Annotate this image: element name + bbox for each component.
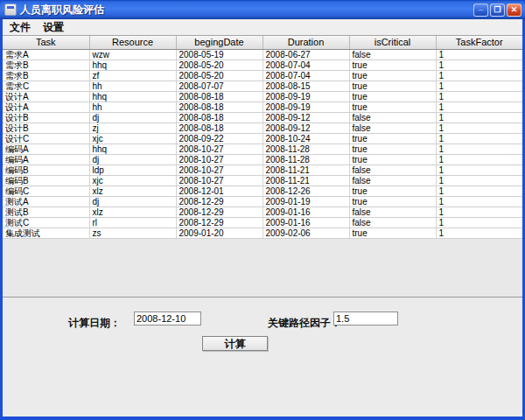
table-cell: 2008-11-21 (262, 164, 349, 175)
title-bar[interactable]: 人员离职风险评估 _ ❐ ✕ (0, 0, 525, 19)
table-row[interactable]: 测试Bxlz2008-12-292009-01-16false1 (3, 206, 522, 217)
close-button[interactable]: ✕ (507, 4, 522, 17)
table-cell: 2008-08-18 (176, 122, 262, 133)
table-cell: dj (89, 154, 176, 164)
table-row[interactable]: 设计Bdj2008-08-182008-09-12false1 (3, 112, 522, 122)
table-cell: wzw (89, 49, 176, 60)
table-cell: false (349, 122, 436, 133)
app-icon (4, 4, 17, 16)
table-header-row: TaskResourcebegingDateDurationisCritical… (3, 36, 522, 49)
table-cell: 1 (436, 217, 522, 228)
table-cell: 1 (436, 91, 522, 102)
table-row[interactable]: 设计Ahh2008-08-182008-09-19true1 (3, 102, 522, 112)
table-cell: 2008-08-15 (262, 80, 349, 91)
table-row[interactable]: 编码Bldp2008-10-272008-11-21false1 (3, 164, 522, 175)
table-cell: false (349, 164, 436, 175)
table-cell: 设计A (3, 102, 89, 112)
maximize-button[interactable]: ❐ (490, 4, 505, 17)
table-cell: xlz (89, 206, 176, 217)
table-row[interactable]: 需求Awzw2008-05-192008-06-27false1 (3, 49, 522, 60)
table-cell: 2008-10-24 (262, 133, 349, 144)
column-header[interactable]: isCritical (349, 36, 436, 49)
table-cell: 1 (436, 49, 522, 60)
table-cell: 2008-09-19 (262, 102, 349, 112)
table-row[interactable]: 需求Chh2008-07-072008-08-15true1 (3, 80, 522, 91)
table-cell: 编码C (3, 186, 89, 196)
column-header[interactable]: Duration (262, 36, 349, 49)
table-cell: false (349, 175, 436, 186)
table-row[interactable]: 编码Bxjc2008-10-272008-11-21false1 (3, 175, 522, 186)
table-cell: true (349, 80, 436, 91)
table-row[interactable]: 集成测试zs2009-01-202009-02-06true1 (3, 228, 522, 238)
table-cell: 2008-12-29 (176, 217, 262, 228)
table-cell: 2008-11-21 (262, 175, 349, 186)
table-row[interactable]: 测试Adj2008-12-292009-01-19true1 (3, 196, 522, 206)
table-cell: 1 (436, 70, 522, 80)
calculate-button[interactable]: 计算 (202, 336, 268, 351)
column-header[interactable]: Task (3, 36, 89, 49)
table-cell: 1 (436, 133, 522, 144)
minimize-button[interactable]: _ (473, 4, 488, 17)
critical-path-factor-input[interactable] (333, 312, 398, 326)
table-row[interactable]: 设计Ahhq2008-08-182008-09-19true1 (3, 91, 522, 102)
menu-file[interactable]: 文件 (10, 20, 31, 35)
table-cell: true (349, 133, 436, 144)
table-cell: 2008-10-27 (176, 164, 262, 175)
table-cell: 1 (436, 102, 522, 112)
table-cell: 编码B (3, 164, 89, 175)
window-body: 文件 设置 TaskResourcebegingDateDurationisCr… (0, 19, 525, 420)
table-cell: 2008-09-22 (176, 133, 262, 144)
table-cell: 2008-10-27 (176, 175, 262, 186)
table-cell: 2008-12-29 (176, 196, 262, 206)
table-cell: 1 (436, 122, 522, 133)
table-cell: 1 (436, 196, 522, 206)
table-cell: true (349, 91, 436, 102)
table-row[interactable]: 编码Cxlz2008-12-012008-12-26true1 (3, 186, 522, 196)
table-scrollpane[interactable]: TaskResourcebegingDateDurationisCritical… (3, 36, 522, 298)
table-cell: true (349, 154, 436, 164)
table-cell: 编码B (3, 175, 89, 186)
table-cell: hhq (89, 91, 176, 102)
table-cell: 1 (436, 112, 522, 122)
table-cell: 2008-12-26 (262, 186, 349, 196)
app-window: 人员离职风险评估 _ ❐ ✕ 文件 设置 TaskResourcebegingD… (0, 0, 525, 420)
table-cell: 2008-05-19 (176, 49, 262, 60)
calc-date-label: 计算日期： (68, 316, 121, 331)
table-row[interactable]: 测试Crl2008-12-292009-01-16false1 (3, 217, 522, 228)
table-cell: 2008-09-12 (262, 122, 349, 133)
table-cell: 2009-01-20 (176, 228, 262, 238)
table-cell: hh (89, 80, 176, 91)
table-cell: 1 (436, 144, 522, 154)
calc-date-input[interactable] (134, 312, 201, 326)
table-cell: 2008-08-18 (176, 102, 262, 112)
table-row[interactable]: 编码Adj2008-10-272008-11-28true1 (3, 154, 522, 164)
table-cell: 测试A (3, 196, 89, 206)
table-cell: true (349, 228, 436, 238)
table-cell: 需求B (3, 70, 89, 80)
column-header[interactable]: begingDate (176, 36, 262, 49)
table-cell: 2008-05-20 (176, 70, 262, 80)
table-cell: 2008-09-12 (262, 112, 349, 122)
table-cell: zs (89, 228, 176, 238)
menu-settings[interactable]: 设置 (43, 20, 64, 35)
table-cell: 2009-01-16 (262, 206, 349, 217)
table-row[interactable]: 编码Ahhq2008-10-272008-11-28true1 (3, 144, 522, 154)
table-row[interactable]: 设计Cxjc2008-09-222008-10-24true1 (3, 133, 522, 144)
table-cell: 2008-08-18 (176, 112, 262, 122)
table-cell: 2008-11-28 (262, 154, 349, 164)
table-row[interactable]: 设计Bzj2008-08-182008-09-12false1 (3, 122, 522, 133)
table-cell: 设计B (3, 112, 89, 122)
table-cell: 需求A (3, 49, 89, 60)
table-cell: true (349, 102, 436, 112)
table-row[interactable]: 需求Bzf2008-05-202008-07-04true1 (3, 70, 522, 80)
task-table: TaskResourcebegingDateDurationisCritical… (3, 36, 522, 239)
table-row[interactable]: 需求Bhhq2008-05-202008-07-04true1 (3, 60, 522, 70)
table-cell: false (349, 49, 436, 60)
table-cell: 2009-02-06 (262, 228, 349, 238)
table-cell: dj (89, 112, 176, 122)
table-cell: 1 (436, 154, 522, 164)
table-cell: true (349, 60, 436, 70)
column-header[interactable]: Resource (89, 36, 176, 49)
table-cell: 集成测试 (3, 228, 89, 238)
column-header[interactable]: TaskFactor (436, 36, 522, 49)
